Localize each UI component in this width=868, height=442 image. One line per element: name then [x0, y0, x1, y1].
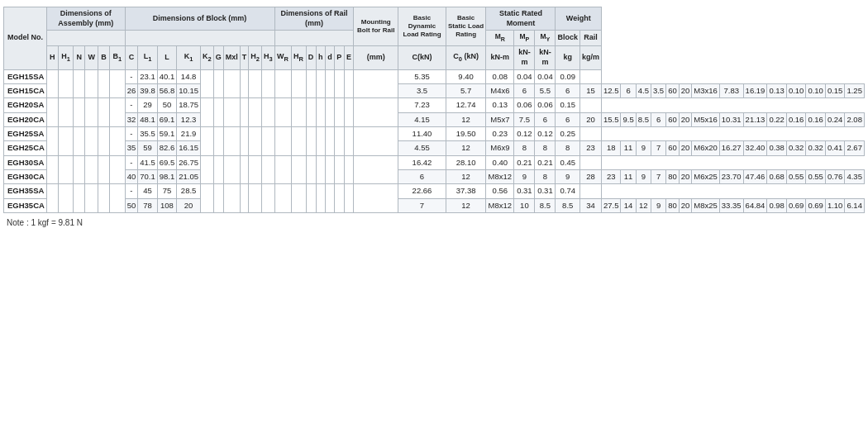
table-cell: [249, 98, 262, 127]
h3-header: H3: [261, 46, 274, 69]
table-cell: [354, 127, 398, 156]
table-cell: 7.83: [719, 83, 743, 97]
table-cell: [325, 98, 334, 127]
table-cell: 0.09: [556, 69, 580, 83]
table-cell: 56.8: [157, 83, 177, 97]
table-cell: [58, 69, 74, 98]
table-cell: [306, 98, 316, 127]
table-cell: [291, 69, 306, 98]
spec-table: Model No. Dimensions of Assembly (mm) Di…: [3, 7, 865, 213]
table-cell: 23.70: [719, 170, 743, 184]
table-cell: 4.35: [845, 170, 865, 184]
table-cell: [240, 155, 249, 184]
mr-header: MR: [486, 31, 514, 46]
table-cell: 28: [579, 170, 601, 184]
table-cell: 0.06: [535, 98, 556, 112]
ckn-header: C(kN): [398, 46, 446, 69]
table-cell: 0.04: [535, 69, 556, 83]
model-cell: EGH25CA: [4, 141, 47, 155]
table-cell: 8.5: [556, 198, 580, 212]
table-cell: 59.1: [157, 127, 177, 141]
table-cell: 60: [666, 141, 680, 155]
table-cell: 2.08: [845, 112, 865, 126]
basic-static-header: Basic Static Load Rating: [446, 7, 485, 46]
table-cell: [334, 98, 344, 127]
table-cell: 35.5: [138, 127, 158, 141]
model-cell: EGH15CA: [4, 83, 47, 97]
table-cell: [274, 98, 291, 127]
table-cell: 16.19: [743, 83, 767, 97]
table-cell: 0.31: [514, 184, 535, 198]
g-header: G: [213, 46, 223, 69]
table-cell: [344, 69, 354, 98]
table-cell: 10.31: [719, 112, 743, 126]
table-cell: 6: [621, 83, 636, 97]
block-unit: kg: [556, 46, 580, 69]
table-cell: 0.12: [535, 127, 556, 141]
table-cell: [213, 127, 223, 156]
table-cell: M6x9: [486, 141, 514, 155]
table-cell: 11.40: [398, 127, 446, 141]
h-header: H: [47, 46, 59, 69]
table-cell: M6x25: [692, 170, 720, 184]
table-cell: [316, 155, 325, 184]
model-header: Model No.: [4, 7, 47, 70]
note-text: Note : 1 kgf = 9.81 N: [3, 213, 865, 229]
table-cell: 6: [556, 112, 580, 126]
table-cell: [201, 98, 214, 127]
table-cell: [306, 127, 316, 156]
wr-header: WR: [274, 46, 291, 69]
table-cell: 82.6: [157, 141, 177, 155]
table-cell: [344, 155, 354, 184]
table-cell: 40.1: [157, 69, 177, 83]
table-cell: 0.04: [514, 69, 535, 83]
table-cell: [98, 155, 110, 184]
table-cell: [213, 98, 223, 127]
table-cell: 0.45: [556, 155, 580, 169]
table-cell: [201, 184, 214, 213]
table-cell: 12.74: [446, 98, 485, 112]
table-cell: 47.46: [743, 170, 767, 184]
table-cell: 11: [621, 141, 636, 155]
table-cell: [85, 184, 98, 213]
model-cell: EGH15SA: [4, 69, 47, 83]
table-cell: [109, 184, 125, 213]
table-cell: [291, 155, 306, 184]
table-cell: 4.15: [398, 112, 446, 126]
table-cell: 7: [651, 141, 665, 155]
table-cell: 20: [679, 198, 692, 212]
table-cell: [213, 155, 223, 184]
h2-header: H2: [249, 46, 262, 69]
model-cell: EGH35CA: [4, 198, 47, 212]
table-cell: 0.68: [767, 170, 787, 184]
table-cell: 22.66: [398, 184, 446, 198]
table-cell: 0.25: [556, 127, 580, 141]
table-cell: [109, 155, 125, 184]
table-cell: M3x16: [692, 83, 720, 97]
table-cell: 9: [636, 170, 651, 184]
table-cell: 15.5: [601, 112, 621, 126]
table-cell: [334, 69, 344, 98]
t-header: T: [240, 46, 249, 69]
table-cell: [316, 69, 325, 98]
my-unit: kN-m: [535, 46, 556, 69]
table-cell: [261, 98, 274, 127]
hr-header: HR: [291, 46, 306, 69]
table-cell: 48.1: [138, 112, 158, 126]
table-cell: M8x25: [692, 198, 720, 212]
dim-assembly-sub: [47, 31, 126, 46]
table-cell: 5.7: [446, 83, 485, 97]
table-cell: M5x7: [486, 112, 514, 126]
table-cell: -: [125, 127, 138, 141]
table-cell: 0.31: [535, 184, 556, 198]
table-cell: [201, 155, 214, 184]
table-cell: 16.42: [398, 155, 446, 169]
dim-rail-header: Dimensions of Rail (mm): [274, 7, 354, 31]
table-cell: [261, 69, 274, 98]
dim-rail-sub: [274, 31, 354, 46]
table-cell: [223, 98, 240, 127]
table-cell: 0.10: [786, 83, 806, 97]
table-cell: 45: [138, 184, 158, 198]
table-cell: 0.12: [514, 127, 535, 141]
table-cell: [291, 98, 306, 127]
